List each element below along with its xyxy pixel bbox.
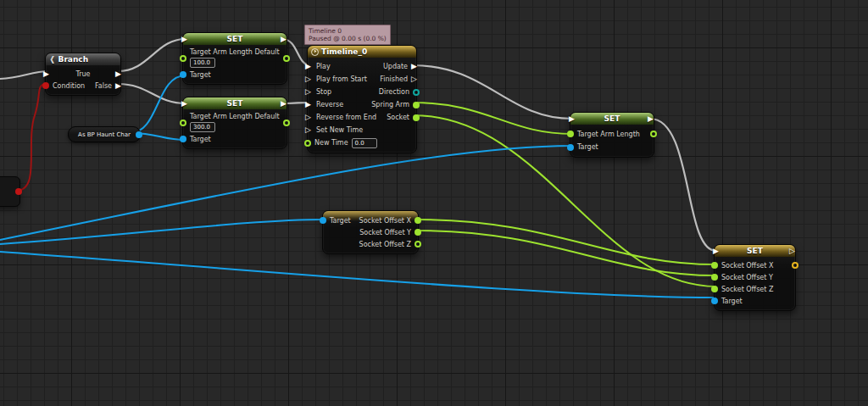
- settarm-target-label: Target: [577, 143, 598, 151]
- setsock-x-pin[interactable]: [711, 262, 718, 269]
- wire-obj-to-getter-target[interactable]: [0, 220, 325, 244]
- wire-cast-to-set100-target[interactable]: [130, 75, 186, 133]
- timeline-reverse-label: Reverse: [316, 101, 343, 108]
- wire-exec-into-branch[interactable]: [0, 71, 48, 79]
- wire-update-to-set-targetarm[interactable]: [413, 65, 572, 119]
- settarm-title: SET: [576, 114, 648, 123]
- timeline-debug-tooltip: Timeline 0 Paused @ 0.00 s (0.0 %): [304, 25, 391, 45]
- set300-var-out-pin[interactable]: [283, 120, 290, 126]
- wire-branch-false-to-set300[interactable]: [118, 84, 186, 103]
- cast-label: As BP Haunt Char: [75, 131, 133, 138]
- set300-title: SET: [189, 99, 281, 108]
- wire-settargetarm-to-setsocket[interactable]: [650, 119, 716, 251]
- getter-z-pin[interactable]: [415, 241, 421, 247]
- branch-false-label: False: [95, 82, 112, 90]
- branch-exec-in-pin[interactable]: [43, 70, 51, 78]
- branch-false-pin[interactable]: [115, 82, 123, 90]
- settarm-target-pin[interactable]: [567, 144, 574, 151]
- timeline-newtime-label: New Time: [314, 139, 348, 147]
- tooltip-title: Timeline 0: [309, 27, 387, 35]
- setsock-exec-out-pin[interactable]: [789, 247, 797, 255]
- node-timeline[interactable]: Timeline_0 Play Update Play from Start F…: [307, 45, 417, 153]
- setsock-vector-out-pin[interactable]: [792, 262, 798, 269]
- set300-exec-out-pin[interactable]: [281, 100, 288, 108]
- node-set-arm-default-300[interactable]: SET Target Arm Length Default 300.0 Targ…: [182, 97, 287, 149]
- node-offscreen-bool[interactable]: [0, 176, 20, 207]
- getter-target-pin[interactable]: [320, 217, 326, 224]
- branch-true-pin[interactable]: [115, 70, 123, 78]
- timeline-newtime-field[interactable]: 0.0: [352, 138, 377, 148]
- clock-icon: [311, 48, 319, 56]
- node-set-socket-offset[interactable]: SET Socket Offset X Socket Offset Y Sock…: [714, 244, 796, 311]
- timeline-reverse-pin[interactable]: [305, 101, 313, 108]
- setsock-x-label: Socket Offset X: [721, 262, 773, 270]
- wire-obj-to-setsocket-target[interactable]: [0, 252, 716, 298]
- node-branch[interactable]: ❰ Branch True Condition False: [45, 53, 121, 96]
- timeline-reversefromend-pin[interactable]: [305, 114, 313, 121]
- settarm-exec-in-pin[interactable]: [569, 115, 576, 123]
- set300-var-in-pin[interactable]: [180, 120, 186, 126]
- timeline-newtime-pin[interactable]: [304, 140, 311, 147]
- getter-y-pin[interactable]: [415, 229, 421, 236]
- setsock-z-label: Socket Offset Z: [721, 286, 773, 293]
- timeline-stop-pin[interactable]: [305, 88, 313, 96]
- setsock-target-pin[interactable]: [711, 298, 718, 304]
- wire-bool-to-condition[interactable]: [17, 84, 47, 191]
- timeline-springarm-label: Spring Arm: [371, 101, 409, 108]
- timeline-reversefromend-label: Reverse from End: [316, 114, 376, 121]
- set100-title: SET: [189, 35, 281, 43]
- set100-value-field[interactable]: 100.0: [190, 58, 215, 68]
- wire-getx-to-setx[interactable]: [416, 220, 716, 264]
- settarm-var-out-pin[interactable]: [650, 131, 657, 137]
- timeline-playfromstart-pin[interactable]: [305, 75, 313, 83]
- wire-obj-to-settargetarm-target[interactable]: [0, 146, 572, 240]
- set300-value-field[interactable]: 300.0: [190, 122, 215, 132]
- set100-var-label: Target Arm Length Default: [190, 48, 280, 56]
- getter-y-label: Socket Offset Y: [359, 229, 411, 236]
- getter-x-label: Socket Offset X: [359, 217, 411, 225]
- timeline-update-pin[interactable]: [411, 63, 419, 70]
- timeline-play-pin[interactable]: [305, 63, 313, 70]
- set100-exec-out-pin[interactable]: [281, 36, 288, 43]
- settarm-exec-out-pin[interactable]: [648, 115, 655, 123]
- timeline-springarm-pin[interactable]: [413, 102, 420, 108]
- setsock-y-pin[interactable]: [711, 274, 718, 281]
- set300-target-pin[interactable]: [180, 136, 186, 142]
- wire-springarm-to-targetarmlength[interactable]: [413, 103, 572, 134]
- set300-target-label: Target: [190, 136, 211, 143]
- set300-exec-in-pin[interactable]: [181, 100, 189, 108]
- node-set-target-arm-length[interactable]: SET Target Arm Length Target: [570, 112, 654, 158]
- timeline-socket-pin[interactable]: [413, 114, 420, 121]
- set300-var-label: Target Arm Length Default: [190, 113, 280, 120]
- setsock-title: SET: [721, 247, 789, 255]
- wire-branch-true-to-set100[interactable]: [118, 39, 186, 71]
- branch-condition-pin[interactable]: [42, 82, 49, 89]
- settarm-var-label: Target Arm Length: [577, 131, 640, 138]
- wire-socket-to-socketoffsetz[interactable]: [413, 115, 716, 286]
- setsock-exec-in-pin[interactable]: [713, 247, 721, 255]
- cast-out-pin[interactable]: [136, 131, 142, 138]
- wire-layer: [0, 0, 868, 406]
- timeline-stop-label: Stop: [316, 88, 331, 96]
- timeline-playfromstart-label: Play from Start: [316, 75, 367, 83]
- offscreen-bool-out-pin[interactable]: [15, 188, 22, 195]
- setsock-z-pin[interactable]: [711, 286, 718, 292]
- wire-gety-to-sety[interactable]: [416, 231, 716, 275]
- timeline-update-label: Update: [383, 63, 408, 70]
- getter-x-pin[interactable]: [415, 217, 421, 224]
- branch-title: Branch: [58, 55, 89, 64]
- set100-var-out-pin[interactable]: [283, 55, 290, 62]
- settarm-var-in-pin[interactable]: [567, 131, 574, 137]
- node-get-socket-offset[interactable]: Target Socket Offset X Socket Offset Y S…: [322, 210, 419, 254]
- node-set-arm-default-100[interactable]: SET Target Arm Length Default 100.0 Targ…: [182, 32, 287, 85]
- set100-target-pin[interactable]: [180, 71, 186, 78]
- timeline-direction-pin[interactable]: [413, 89, 420, 96]
- node-cast-as-bp-haunt-char[interactable]: As BP Haunt Char: [68, 126, 141, 142]
- timeline-setnewtime-pin[interactable]: [305, 126, 313, 134]
- getter-target-label: Target: [330, 217, 351, 225]
- timeline-finished-pin[interactable]: [411, 75, 419, 83]
- set100-exec-in-pin[interactable]: [181, 36, 189, 43]
- timeline-setnewtime-label: Set New Time: [316, 126, 363, 134]
- timeline-title: Timeline_0: [321, 47, 367, 56]
- set100-var-in-pin[interactable]: [180, 55, 186, 62]
